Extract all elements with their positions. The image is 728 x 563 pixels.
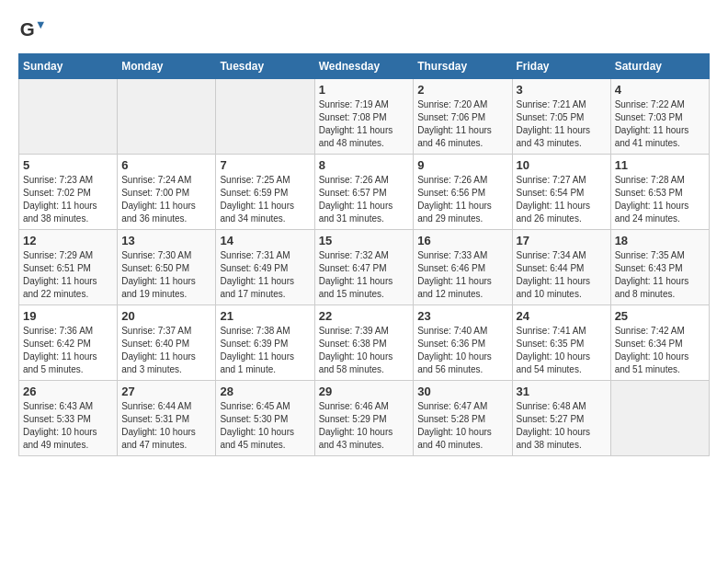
day-number: 13 (121, 234, 211, 247)
day-number: 29 (319, 385, 410, 398)
day-cell: 5Sunrise: 7:23 AM Sunset: 7:02 PM Daylig… (19, 155, 118, 230)
day-number: 15 (319, 234, 410, 247)
day-cell: 2Sunrise: 7:20 AM Sunset: 7:06 PM Daylig… (414, 79, 512, 155)
day-cell: 27Sunrise: 6:44 AM Sunset: 5:31 PM Dayli… (118, 381, 216, 456)
day-info: Sunrise: 7:24 AM Sunset: 7:00 PM Dayligh… (121, 174, 211, 225)
logo: G (18, 18, 48, 44)
day-info: Sunrise: 7:42 AM Sunset: 6:34 PM Dayligh… (615, 325, 705, 376)
day-number: 1 (319, 83, 410, 97)
day-info: Sunrise: 7:25 AM Sunset: 6:59 PM Dayligh… (220, 174, 310, 225)
day-number: 12 (23, 234, 113, 247)
day-info: Sunrise: 6:46 AM Sunset: 5:29 PM Dayligh… (319, 400, 410, 452)
day-number: 11 (615, 158, 705, 172)
day-cell (118, 79, 216, 155)
day-info: Sunrise: 7:37 AM Sunset: 6:40 PM Dayligh… (121, 325, 211, 376)
day-cell: 4Sunrise: 7:22 AM Sunset: 7:03 PM Daylig… (610, 79, 709, 155)
day-cell: 15Sunrise: 7:32 AM Sunset: 6:47 PM Dayli… (314, 230, 414, 305)
day-number: 30 (417, 385, 507, 398)
calendar-body: 1Sunrise: 7:19 AM Sunset: 7:08 PM Daylig… (19, 79, 710, 456)
calendar-header: SundayMondayTuesdayWednesdayThursdayFrid… (19, 54, 710, 79)
day-info: Sunrise: 7:38 AM Sunset: 6:39 PM Dayligh… (220, 325, 310, 376)
day-cell: 18Sunrise: 7:35 AM Sunset: 6:43 PM Dayli… (610, 230, 709, 305)
weekday-header-wednesday: Wednesday (314, 54, 414, 79)
day-number: 7 (220, 158, 310, 172)
day-number: 6 (121, 158, 211, 172)
day-info: Sunrise: 7:27 AM Sunset: 6:54 PM Dayligh… (517, 174, 607, 225)
week-row-3: 12Sunrise: 7:29 AM Sunset: 6:51 PM Dayli… (19, 230, 710, 305)
day-info: Sunrise: 7:36 AM Sunset: 6:42 PM Dayligh… (23, 325, 113, 376)
day-info: Sunrise: 7:20 AM Sunset: 7:06 PM Dayligh… (417, 98, 507, 150)
day-cell: 13Sunrise: 7:30 AM Sunset: 6:50 PM Dayli… (118, 230, 216, 305)
day-number: 8 (319, 158, 410, 172)
day-number: 22 (319, 309, 410, 323)
day-number: 27 (121, 385, 211, 398)
day-info: Sunrise: 6:48 AM Sunset: 5:27 PM Dayligh… (517, 400, 607, 452)
day-number: 19 (23, 309, 113, 323)
day-cell: 26Sunrise: 6:43 AM Sunset: 5:33 PM Dayli… (19, 381, 118, 456)
day-number: 3 (517, 83, 607, 97)
day-number: 25 (615, 309, 705, 323)
day-info: Sunrise: 7:35 AM Sunset: 6:43 PM Dayligh… (615, 249, 705, 301)
day-number: 9 (417, 158, 507, 172)
day-number: 17 (517, 234, 607, 247)
day-info: Sunrise: 7:21 AM Sunset: 7:05 PM Dayligh… (517, 98, 607, 150)
week-row-4: 19Sunrise: 7:36 AM Sunset: 6:42 PM Dayli… (19, 305, 710, 381)
day-info: Sunrise: 7:39 AM Sunset: 6:38 PM Dayligh… (319, 325, 410, 376)
day-info: Sunrise: 7:29 AM Sunset: 6:51 PM Dayligh… (23, 249, 113, 301)
day-cell: 16Sunrise: 7:33 AM Sunset: 6:46 PM Dayli… (414, 230, 512, 305)
day-cell: 10Sunrise: 7:27 AM Sunset: 6:54 PM Dayli… (512, 155, 610, 230)
day-info: Sunrise: 7:31 AM Sunset: 6:49 PM Dayligh… (220, 249, 310, 301)
day-info: Sunrise: 6:43 AM Sunset: 5:33 PM Dayligh… (23, 400, 113, 452)
day-number: 26 (23, 385, 113, 398)
day-cell: 8Sunrise: 7:26 AM Sunset: 6:57 PM Daylig… (314, 155, 414, 230)
day-cell: 30Sunrise: 6:47 AM Sunset: 5:28 PM Dayli… (414, 381, 512, 456)
svg-marker-1 (38, 22, 44, 29)
calendar-table: SundayMondayTuesdayWednesdayThursdayFrid… (18, 53, 710, 456)
day-cell: 9Sunrise: 7:26 AM Sunset: 6:56 PM Daylig… (414, 155, 512, 230)
day-cell: 24Sunrise: 7:41 AM Sunset: 6:35 PM Dayli… (512, 305, 610, 381)
day-cell: 31Sunrise: 6:48 AM Sunset: 5:27 PM Dayli… (512, 381, 610, 456)
day-info: Sunrise: 7:41 AM Sunset: 6:35 PM Dayligh… (517, 325, 607, 376)
day-info: Sunrise: 7:23 AM Sunset: 7:02 PM Dayligh… (23, 174, 113, 225)
day-info: Sunrise: 7:22 AM Sunset: 7:03 PM Dayligh… (615, 98, 705, 150)
day-info: Sunrise: 6:44 AM Sunset: 5:31 PM Dayligh… (121, 400, 211, 452)
day-cell: 1Sunrise: 7:19 AM Sunset: 7:08 PM Daylig… (314, 79, 414, 155)
page-header: G (18, 18, 710, 44)
day-cell (19, 79, 118, 155)
logo-icon: G (18, 18, 44, 44)
weekday-header-saturday: Saturday (610, 54, 709, 79)
day-number: 31 (517, 385, 607, 398)
day-info: Sunrise: 7:30 AM Sunset: 6:50 PM Dayligh… (121, 249, 211, 301)
svg-text:G: G (20, 18, 35, 40)
day-number: 4 (615, 83, 705, 97)
day-cell: 11Sunrise: 7:28 AM Sunset: 6:53 PM Dayli… (610, 155, 709, 230)
day-cell: 25Sunrise: 7:42 AM Sunset: 6:34 PM Dayli… (610, 305, 709, 381)
day-number: 16 (417, 234, 507, 247)
day-cell: 20Sunrise: 7:37 AM Sunset: 6:40 PM Dayli… (118, 305, 216, 381)
day-cell: 12Sunrise: 7:29 AM Sunset: 6:51 PM Dayli… (19, 230, 118, 305)
day-cell (216, 79, 314, 155)
day-cell: 23Sunrise: 7:40 AM Sunset: 6:36 PM Dayli… (414, 305, 512, 381)
day-number: 23 (417, 309, 507, 323)
day-info: Sunrise: 7:40 AM Sunset: 6:36 PM Dayligh… (417, 325, 507, 376)
week-row-1: 1Sunrise: 7:19 AM Sunset: 7:08 PM Daylig… (19, 79, 710, 155)
weekday-header-monday: Monday (118, 54, 216, 79)
day-number: 10 (517, 158, 607, 172)
day-info: Sunrise: 6:47 AM Sunset: 5:28 PM Dayligh… (417, 400, 507, 452)
day-info: Sunrise: 7:26 AM Sunset: 6:56 PM Dayligh… (417, 174, 507, 225)
day-info: Sunrise: 7:19 AM Sunset: 7:08 PM Dayligh… (319, 98, 410, 150)
day-info: Sunrise: 7:26 AM Sunset: 6:57 PM Dayligh… (319, 174, 410, 225)
weekday-header-row: SundayMondayTuesdayWednesdayThursdayFrid… (19, 54, 710, 79)
weekday-header-sunday: Sunday (19, 54, 118, 79)
day-number: 28 (220, 385, 310, 398)
day-cell: 29Sunrise: 6:46 AM Sunset: 5:29 PM Dayli… (314, 381, 414, 456)
day-info: Sunrise: 7:34 AM Sunset: 6:44 PM Dayligh… (517, 249, 607, 301)
day-number: 20 (121, 309, 211, 323)
day-info: Sunrise: 7:32 AM Sunset: 6:47 PM Dayligh… (319, 249, 410, 301)
day-number: 2 (417, 83, 507, 97)
week-row-2: 5Sunrise: 7:23 AM Sunset: 7:02 PM Daylig… (19, 155, 710, 230)
weekday-header-thursday: Thursday (414, 54, 512, 79)
day-cell: 28Sunrise: 6:45 AM Sunset: 5:30 PM Dayli… (216, 381, 314, 456)
week-row-5: 26Sunrise: 6:43 AM Sunset: 5:33 PM Dayli… (19, 381, 710, 456)
day-cell: 6Sunrise: 7:24 AM Sunset: 7:00 PM Daylig… (118, 155, 216, 230)
